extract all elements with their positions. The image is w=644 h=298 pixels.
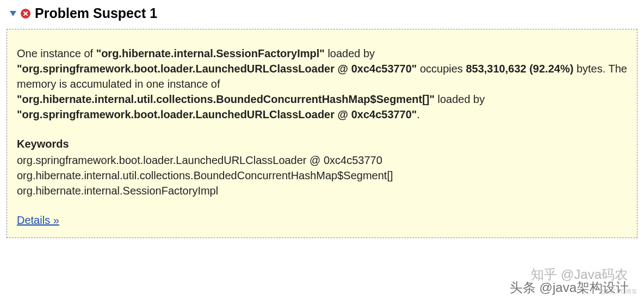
keyword-item: org.hibernate.internal.SessionFactoryImp…: [17, 183, 627, 198]
desc-text: One instance of: [17, 47, 96, 59]
keywords-header: Keywords: [17, 136, 627, 151]
desc-text: loaded by: [435, 93, 485, 105]
desc-loader1: "org.springframework.boot.loader.Launche…: [17, 63, 417, 75]
desc-bytes: 853,310,632 (92.24%): [466, 63, 573, 75]
keywords-list: org.springframework.boot.loader.Launched…: [17, 153, 627, 198]
details-link[interactable]: Details »: [17, 214, 59, 226]
desc-text: loaded by: [325, 47, 375, 59]
collapse-toggle-icon[interactable]: [10, 11, 16, 16]
problem-title: Problem Suspect 1: [35, 5, 157, 21]
desc-class1: "org.hibernate.internal.SessionFactoryIm…: [96, 47, 325, 59]
desc-text: .: [417, 108, 420, 120]
desc-text: occupies: [417, 63, 466, 75]
problem-description: One instance of "org.hibernate.internal.…: [17, 46, 627, 122]
desc-class2: "org.hibernate.internal.util.collections…: [17, 93, 435, 105]
problem-content-box: One instance of "org.hibernate.internal.…: [7, 29, 637, 238]
keyword-item: org.hibernate.internal.util.collections.…: [17, 168, 627, 183]
error-icon: [21, 9, 30, 19]
problem-header: Problem Suspect 1: [7, 5, 637, 21]
keyword-item: org.springframework.boot.loader.Launched…: [17, 153, 627, 168]
desc-loader2: "org.springframework.boot.loader.Launche…: [17, 108, 417, 120]
